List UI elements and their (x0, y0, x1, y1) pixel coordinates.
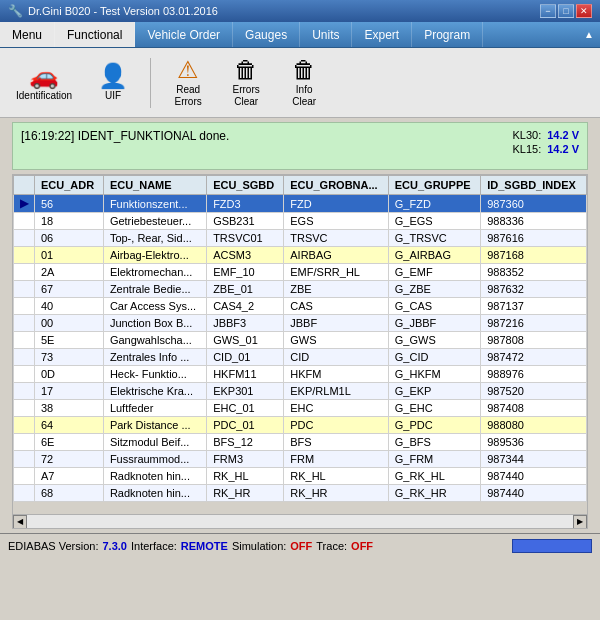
table-row[interactable]: 17Elektrische Kra...EKP301EKP/RLM1LG_EKP… (14, 383, 587, 400)
menu-item-functional[interactable]: Functional (55, 22, 135, 47)
errors-clear-button[interactable]: 🗑 ErrorsClear (221, 54, 271, 112)
cell-id-sgbd-index: 987520 (481, 383, 587, 400)
cell-ecu-grobna: AIRBAG (284, 247, 389, 264)
uif-button[interactable]: 👤 UIF (88, 60, 138, 106)
cell-indicator (14, 315, 35, 332)
title-bar-left: 🔧 Dr.Gini B020 - Test Version 03.01.2016 (8, 4, 218, 18)
cell-id-sgbd-index: 987472 (481, 349, 587, 366)
cell-id-sgbd-index: 989536 (481, 434, 587, 451)
log-text: [16:19:22] IDENT_FUNKTIONAL done. (21, 129, 579, 143)
table-row[interactable]: 68Radknoten hin...RK_HRRK_HRG_RK_HR98744… (14, 485, 587, 502)
cell-ecu-sgbd: GWS_01 (207, 332, 284, 349)
close-button[interactable]: ✕ (576, 4, 592, 18)
table-row[interactable]: A7Radknoten hin...RK_HLRK_HLG_RK_HL98744… (14, 468, 587, 485)
cell-id-sgbd-index: 987137 (481, 298, 587, 315)
table-scroll[interactable]: ECU_ADR ECU_NAME ECU_SGBD ECU_GROBNA... … (13, 175, 587, 514)
horizontal-scrollbar[interactable]: ◀ ▶ (13, 514, 587, 528)
cell-ecu-name: Sitzmodul Beif... (103, 434, 206, 451)
cell-ecu-sgbd: HKFM11 (207, 366, 284, 383)
cell-ecu-name: Getriebesteuer... (103, 213, 206, 230)
cell-ecu-grobna: RK_HL (284, 468, 389, 485)
cell-ecu-sgbd: ACSM3 (207, 247, 284, 264)
cell-ecu-gruppe: G_GWS (388, 332, 480, 349)
menu-item-menu[interactable]: Menu (0, 22, 55, 47)
cell-ecu-adr: 6E (35, 434, 104, 451)
cell-ecu-grobna: EMF/SRR_HL (284, 264, 389, 281)
cell-id-sgbd-index: 987344 (481, 451, 587, 468)
table-row[interactable]: 0DHeck- Funktio...HKFM11HKFMG_HKFM988976 (14, 366, 587, 383)
cell-id-sgbd-index: 987216 (481, 315, 587, 332)
cell-ecu-sgbd: EMF_10 (207, 264, 284, 281)
menu-item-vehicle-order[interactable]: Vehicle Order (135, 22, 233, 47)
read-errors-button[interactable]: ⚠ ReadErrors (163, 54, 213, 112)
table-row[interactable]: 18Getriebesteuer...GSB231EGSG_EGS988336 (14, 213, 587, 230)
table-row[interactable]: 40Car Access Sys...CAS4_2CASG_CAS987137 (14, 298, 587, 315)
cell-ecu-adr: 2A (35, 264, 104, 281)
info-clear-button[interactable]: 🗑 InfoClear (279, 54, 329, 112)
menu-item-gauges[interactable]: Gauges (233, 22, 300, 47)
scroll-left-button[interactable]: ◀ (13, 515, 27, 529)
interface-value: REMOTE (181, 540, 228, 552)
cell-indicator (14, 349, 35, 366)
cell-id-sgbd-index: 988976 (481, 366, 587, 383)
cell-ecu-grobna: ZBE (284, 281, 389, 298)
cell-ecu-name: Top-, Rear, Sid... (103, 230, 206, 247)
cell-ecu-sgbd: FRM3 (207, 451, 284, 468)
table-row[interactable]: 01Airbag-Elektro...ACSM3AIRBAGG_AIRBAG98… (14, 247, 587, 264)
log-area: [16:19:22] IDENT_FUNKTIONAL done. KL30: … (12, 122, 588, 170)
table-row[interactable]: 73Zentrales Info ...CID_01CIDG_CID987472 (14, 349, 587, 366)
table-row[interactable]: 38LuftfederEHC_01EHCG_EHC987408 (14, 400, 587, 417)
minimize-button[interactable]: − (540, 4, 556, 18)
cell-ecu-gruppe: G_ZBE (388, 281, 480, 298)
kl30-label: KL30: (512, 129, 541, 141)
table-row[interactable]: 2AElektromechan...EMF_10EMF/SRR_HLG_EMF9… (14, 264, 587, 281)
cell-ecu-gruppe: G_HKFM (388, 366, 480, 383)
scroll-right-button[interactable]: ▶ (573, 515, 587, 529)
menu-item-units[interactable]: Units (300, 22, 352, 47)
cell-ecu-sgbd: PDC_01 (207, 417, 284, 434)
cell-indicator (14, 247, 35, 264)
cell-ecu-gruppe: G_BFS (388, 434, 480, 451)
cell-indicator (14, 298, 35, 315)
table-row[interactable]: 06Top-, Rear, Sid...TRSVC01TRSVCG_TRSVC9… (14, 230, 587, 247)
cell-ecu-name: Elektromechan... (103, 264, 206, 281)
uif-icon: 👤 (98, 64, 128, 88)
table-row[interactable]: 67Zentrale Bedie...ZBE_01ZBEG_ZBE987632 (14, 281, 587, 298)
cell-ecu-gruppe: G_AIRBAG (388, 247, 480, 264)
cell-id-sgbd-index: 987440 (481, 468, 587, 485)
identification-icon: 🚗 (29, 64, 59, 88)
maximize-button[interactable]: □ (558, 4, 574, 18)
menu-item-expert[interactable]: Expert (352, 22, 412, 47)
table-row[interactable]: 72Fussraummod...FRM3FRMG_FRM987344 (14, 451, 587, 468)
table-row[interactable]: 00Junction Box B...JBBF3JBBFG_JBBF987216 (14, 315, 587, 332)
scroll-track[interactable] (27, 515, 573, 528)
cell-id-sgbd-index: 987408 (481, 400, 587, 417)
cell-indicator (14, 451, 35, 468)
table-row[interactable]: 64Park Distance ...PDC_01PDCG_PDC988080 (14, 417, 587, 434)
ecu-table: ECU_ADR ECU_NAME ECU_SGBD ECU_GROBNA... … (13, 175, 587, 502)
cell-ecu-grobna: CAS (284, 298, 389, 315)
identification-button[interactable]: 🚗 Identification (8, 60, 80, 106)
cell-indicator (14, 434, 35, 451)
info-clear-icon: 🗑 (292, 58, 316, 82)
cell-ecu-adr: 5E (35, 332, 104, 349)
kl-values: KL30: 14.2 V KL15: 14.2 V (512, 129, 579, 155)
cell-ecu-sgbd: CID_01 (207, 349, 284, 366)
table-row[interactable]: 5EGangwahlscha...GWS_01GWSG_GWS987808 (14, 332, 587, 349)
table-row[interactable]: ▶56Funktionszent...FZD3FZDG_FZD987360 (14, 195, 587, 213)
cell-ecu-gruppe: G_FZD (388, 195, 480, 213)
title-bar-controls: − □ ✕ (540, 4, 592, 18)
read-errors-label: ReadErrors (175, 84, 202, 108)
cell-ecu-name: Luftfeder (103, 400, 206, 417)
kl30-row: KL30: 14.2 V (512, 129, 579, 141)
menu-item-program[interactable]: Program (412, 22, 483, 47)
menu-bar: Menu Functional Vehicle Order Gauges Uni… (0, 22, 600, 48)
cell-ecu-sgbd: ZBE_01 (207, 281, 284, 298)
interface-label: Interface: (131, 540, 177, 552)
kl15-label: KL15: (512, 143, 541, 155)
cell-ecu-name: Fussraummod... (103, 451, 206, 468)
table-row[interactable]: 6ESitzmodul Beif...BFS_12BFSG_BFS989536 (14, 434, 587, 451)
cell-ecu-adr: 67 (35, 281, 104, 298)
cell-ecu-name: Radknoten hin... (103, 485, 206, 502)
menu-arrow: ▲ (578, 22, 600, 47)
